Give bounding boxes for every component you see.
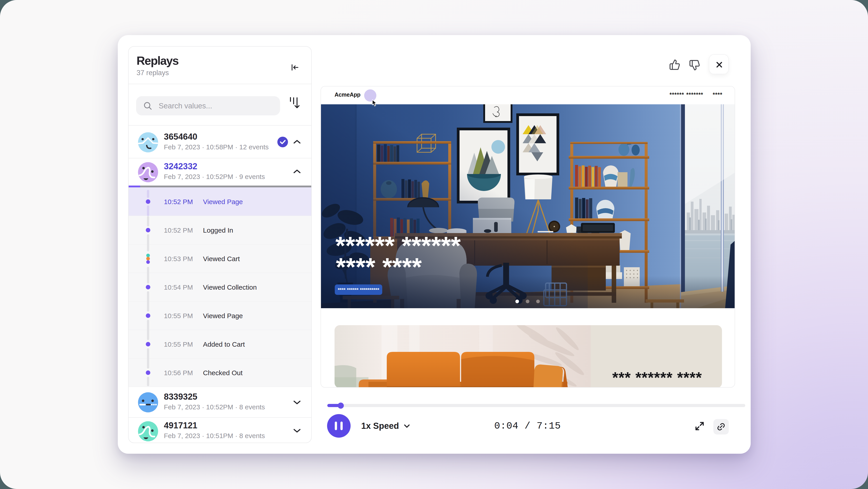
svg-text:*** ****** ****: *** ****** **** bbox=[612, 369, 702, 386]
